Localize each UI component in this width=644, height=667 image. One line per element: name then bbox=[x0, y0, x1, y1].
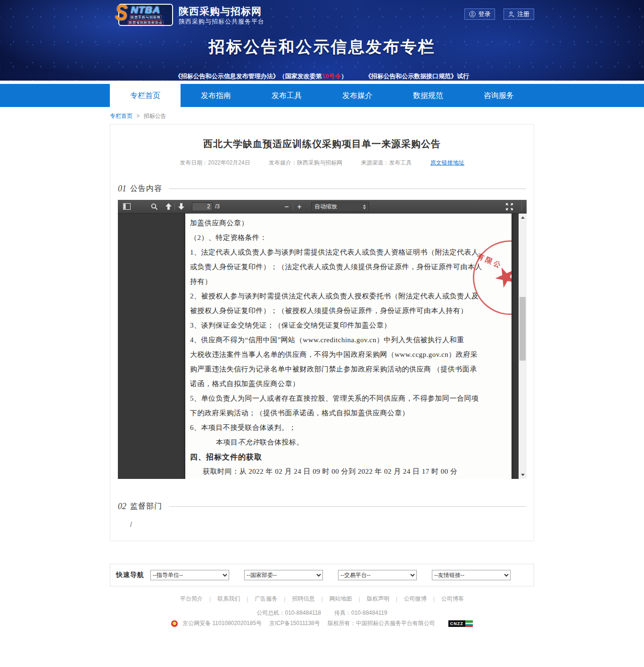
quick-nav-select[interactable]: --国家部委-- bbox=[244, 570, 323, 580]
pdf-text-line: 诺函，格式自拟加盖供应商公章） bbox=[185, 377, 512, 391]
quick-nav-select[interactable]: --交易平台-- bbox=[338, 570, 417, 580]
cnzz-stripes-icon bbox=[465, 620, 473, 627]
footer-contact-row: 公司总机：010-88484118传真：010-88484119 bbox=[0, 609, 644, 617]
pdf-search-button[interactable] bbox=[148, 201, 160, 213]
footer-links: 平台简介|联系我们|广告服务|招聘信息|网站地图|版权声明|公司微博|公司博客 bbox=[0, 595, 644, 603]
pdf-sidebar-toggle-button[interactable] bbox=[121, 201, 133, 213]
footer-link-separator: | bbox=[396, 596, 397, 602]
pdf-text-line: 2、被授权人参与谈判时需提供法定代表人或负责人授权委托书（附法定代表人或负责人及 bbox=[185, 289, 512, 304]
meta-media: 发布媒介：陕西采购与招标网 bbox=[269, 159, 342, 166]
section-supervision-header: 02 监督部门 bbox=[118, 502, 526, 511]
site-logo[interactable]: S NTBA 陕西采购与招标网 陕西省招标投标协会 陕西采购与招标网 陕西采购与… bbox=[118, 4, 264, 26]
meta-source: 来源渠道：发布工具 bbox=[361, 159, 412, 166]
register-label: 注册 bbox=[517, 10, 529, 18]
nav-tab-发布指南[interactable]: 发布指南 bbox=[181, 84, 251, 107]
footer-link-招聘信息[interactable]: 招聘信息 bbox=[292, 595, 314, 603]
nav-tab-专栏首页[interactable]: 专栏首页 bbox=[110, 84, 181, 109]
breadcrumb-current: 招标公告 bbox=[144, 113, 166, 119]
section-content-header: 01 公告内容 bbox=[118, 184, 526, 194]
pdf-toolbar: /3 − + 自动缩放 bbox=[118, 200, 527, 214]
quick-nav-select[interactable]: --友情链接-- bbox=[432, 570, 511, 580]
nav-tab-发布工具[interactable]: 发布工具 bbox=[251, 84, 322, 107]
pdf-text-line: 1、法定代表人或负责人参与谈判时需提供法定代表人或负责人资格证明书（附法定代表人 bbox=[185, 245, 512, 260]
pdf-zoom-select[interactable]: 自动缩放 bbox=[311, 202, 369, 212]
pdf-viewer: /3 − + 自动缩放 bbox=[118, 200, 527, 479]
pdf-page-number-input[interactable] bbox=[192, 202, 213, 211]
pdf-text-line: 被授权人身份证复印件）；（被授权人须提供身份证原件，身份证原件可由本人持有） bbox=[185, 304, 512, 318]
pdf-text-line: （2）、特定资格条件： bbox=[185, 231, 512, 245]
footer-link-separator: | bbox=[284, 596, 285, 602]
section-content-title: 公告内容 bbox=[130, 184, 162, 194]
section-divider bbox=[169, 189, 526, 189]
pdf-zoom-out-button[interactable]: − bbox=[281, 201, 293, 213]
footer-link-separator: | bbox=[321, 596, 322, 602]
pdf-page-up-button[interactable] bbox=[162, 201, 174, 213]
original-link[interactable]: 原文链接地址 bbox=[430, 159, 464, 166]
breadcrumb-separator: > bbox=[136, 113, 140, 119]
scrollbar-up-arrow[interactable] bbox=[519, 214, 527, 222]
section-content-number: 01 bbox=[118, 184, 126, 194]
select-arrows-icon bbox=[363, 205, 366, 209]
cnzz-label: CNZZ bbox=[448, 620, 465, 627]
footer-phone: 公司总机：010-88484118 bbox=[256, 609, 321, 616]
section-supervision-title: 监督部门 bbox=[130, 502, 162, 511]
footer-link-网站地图[interactable]: 网站地图 bbox=[330, 595, 352, 603]
pdf-text-line: 购严重违法失信行为记录名单中被财政部门禁止参加政府采购活动的供应商 （提供书面承 bbox=[185, 362, 512, 377]
pdf-page-text: 加盖供应商公章）（2）、特定资格条件：1、法定代表人或负责人参与谈判时需提供法定… bbox=[185, 216, 512, 479]
logo-s-swoosh-icon: S bbox=[115, 1, 128, 24]
toolbar-separator bbox=[521, 203, 522, 211]
site-subtitle: 陕西采购与招标公共服务平台 bbox=[179, 17, 264, 26]
police-record-link[interactable]: 京公网安备 11010802020185号 bbox=[182, 619, 262, 627]
pdf-text-line: 持有） bbox=[185, 274, 512, 289]
site-title: 陕西采购与招标网 bbox=[179, 5, 264, 17]
footer-link-平台简介[interactable]: 平台简介 bbox=[180, 595, 203, 603]
footer-link-separator: | bbox=[359, 596, 360, 602]
meta-publish-date: 发布日期：2022年02月24日 bbox=[180, 159, 250, 166]
logo-badge-line1: 陕西采购与招标网 bbox=[130, 15, 162, 20]
pdf-zoom-value: 自动缩放 bbox=[314, 203, 363, 211]
footer-fax: 传真：010-88484119 bbox=[334, 609, 388, 616]
pdf-presentation-mode-button[interactable] bbox=[503, 201, 515, 213]
pdf-zoom-in-button[interactable]: + bbox=[293, 201, 305, 213]
scrollbar-down-arrow[interactable] bbox=[519, 471, 527, 479]
pdf-page-down-button[interactable] bbox=[175, 201, 187, 213]
login-button[interactable]: 登录 bbox=[464, 8, 495, 20]
register-button[interactable]: 注册 bbox=[504, 8, 534, 20]
footer-link-版权声明[interactable]: 版权声明 bbox=[367, 595, 389, 603]
pdf-text-line: 6、本项目不接受联合体谈判。； bbox=[185, 420, 512, 435]
logo-acronym: NTBA bbox=[131, 5, 160, 15]
pdf-page: 加盖供应商公章）（2）、特定资格条件：1、法定代表人或负责人参与谈判时需提供法定… bbox=[185, 214, 512, 479]
pdf-text-line: 或负责人身份证复印件）；（法定代表人或负责人须提供身份证原件，身份证原件可由本人 bbox=[185, 260, 512, 274]
breadcrumb-home-link[interactable]: 专栏首页 bbox=[110, 113, 132, 119]
login-label: 登录 bbox=[479, 10, 491, 18]
nav-tabs: 专栏首页发布指南发布工具发布媒介数据规范咨询服务 bbox=[110, 84, 534, 107]
pdf-text-line: 本项目不允许联合体投标。 bbox=[185, 435, 512, 450]
icp-record-link[interactable]: 京ICP备15011138号 bbox=[269, 619, 320, 627]
pdf-text-line: 大税收违法案件当事人名单的供应商，不得为中国政府采购网（www.ccgp.gov… bbox=[185, 347, 512, 362]
article-meta: 发布日期：2022年02月24日 发布媒介：陕西采购与招标网 来源渠道：发布工具… bbox=[118, 159, 526, 167]
pdf-text-line: 5、单位负责人为同一人或者存在直接控股、管理关系的不同供应商，不得参加同一合同项 bbox=[185, 391, 512, 406]
banner-title: 招标公告和公示信息发布专栏 bbox=[110, 36, 534, 58]
cnzz-stats-badge[interactable]: CNZZ bbox=[448, 620, 473, 627]
footer-copyright-row: 京公网安备 11010802020185号 京ICP备15011138号 版权所… bbox=[0, 619, 644, 627]
police-badge-icon bbox=[171, 620, 178, 627]
pdf-text-line: 四、招标文件的获取 bbox=[185, 450, 512, 464]
nav-tab-数据规范[interactable]: 数据规范 bbox=[393, 84, 463, 107]
quick-nav-selects: --指导单位----国家部委----交易平台----友情链接-- bbox=[144, 570, 511, 580]
site-header: S NTBA 陕西采购与招标网 陕西省招标投标协会 陕西采购与招标网 陕西采购与… bbox=[0, 0, 644, 81]
section-supervision-number: 02 bbox=[118, 502, 126, 511]
footer-link-联系我们[interactable]: 联系我们 bbox=[217, 595, 240, 603]
scrollbar-thumb[interactable] bbox=[520, 297, 526, 361]
footer-link-separator: | bbox=[209, 596, 211, 602]
nav-tab-咨询服务[interactable]: 咨询服务 bbox=[463, 84, 534, 107]
pdf-text-line: 加盖供应商公章） bbox=[185, 216, 512, 231]
quick-nav-select[interactable]: --指导单位-- bbox=[150, 570, 229, 580]
pdf-scrollbar bbox=[519, 214, 527, 479]
footer-link-公司博客[interactable]: 公司博客 bbox=[441, 595, 464, 603]
nav-tab-发布媒介[interactable]: 发布媒介 bbox=[322, 84, 393, 107]
footer-link-公司微博[interactable]: 公司微博 bbox=[404, 595, 427, 603]
logo-badge-line2: 陕西省招标投标协会 bbox=[128, 20, 164, 25]
footer-link-广告服务[interactable]: 广告服务 bbox=[255, 595, 277, 603]
footer-link-separator: | bbox=[433, 596, 435, 602]
quick-nav-label: 快速导航 bbox=[116, 571, 144, 579]
